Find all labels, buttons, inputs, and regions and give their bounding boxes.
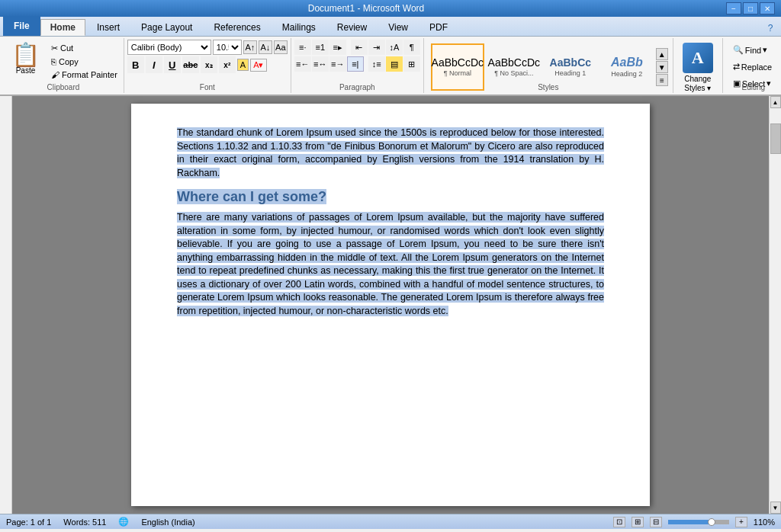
ribbon-content: 📋 Paste ✂ Cut ⎘ Copy 🖌 Format Painter Cl… — [0, 37, 781, 96]
borders-button[interactable]: ⊞ — [403, 56, 420, 72]
increase-indent-button[interactable]: ⇥ — [368, 40, 385, 55]
style-heading2-preview: AaBb — [611, 56, 643, 69]
document-heading: Where can I get some? — [177, 187, 604, 207]
text-highlight-button[interactable]: A — [237, 59, 249, 71]
title-bar: Document1 - Microsoft Word − □ ✕ — [0, 0, 781, 17]
justify-button[interactable]: ≡| — [347, 56, 364, 72]
maximize-button[interactable]: □ — [743, 2, 758, 14]
paste-button[interactable]: 📋 Paste — [6, 40, 45, 82]
change-styles-button[interactable]: A ChangeStyles ▾ — [677, 40, 719, 96]
decrease-indent-button[interactable]: ⇤ — [351, 40, 368, 55]
font-size-select[interactable]: 10.5 — [213, 40, 242, 55]
document-scroll[interactable]: The standard chunk of Lorem Ipsum used s… — [12, 96, 769, 514]
paste-icon: 📋 — [11, 43, 40, 66]
font-size-increase[interactable]: A↑ — [243, 40, 257, 54]
style-heading1-label: Heading 1 — [554, 69, 586, 77]
paragraph-label: Paragraph — [291, 83, 423, 91]
title-bar-controls: − □ ✕ — [726, 2, 775, 14]
bullet-list-button[interactable]: ≡· — [294, 40, 311, 55]
zoom-handle[interactable] — [708, 518, 715, 526]
paragraph-2-selected: There are many variations of passages of… — [177, 212, 604, 316]
tab-home[interactable]: Home — [40, 19, 85, 36]
replace-button[interactable]: ⇄ Replace — [729, 59, 778, 74]
style-heading1-preview: AaBbCc — [550, 57, 591, 68]
font-label: Font — [124, 83, 291, 91]
full-screen-view[interactable]: ⊞ — [632, 517, 644, 527]
close-button[interactable]: ✕ — [760, 2, 775, 14]
scroll-track[interactable] — [770, 108, 781, 502]
change-styles-icon: A — [683, 43, 713, 73]
vertical-ruler — [0, 96, 12, 514]
ribbon-tabs: File Home Insert Page Layout References … — [0, 17, 781, 37]
font-controls: Calibri (Body) 10.5 A↑ A↓ Aa B I U abc x… — [127, 40, 288, 82]
page-status: Page: 1 of 1 — [6, 518, 51, 527]
find-button[interactable]: 🔍 Find ▾ — [729, 43, 778, 57]
page-area: The standard chunk of Lorem Ipsum used s… — [12, 96, 769, 514]
numbered-list-button[interactable]: ≡1 — [312, 40, 329, 55]
clipboard-small-buttons: ✂ Cut ⎘ Copy 🖌 Format Painter — [48, 40, 121, 82]
paste-label: Paste — [16, 66, 36, 75]
vertical-scrollbar[interactable]: ▲ ▼ — [769, 96, 781, 514]
font-format-row: B I U abc x₂ x² A A▾ — [127, 56, 267, 73]
align-left-button[interactable]: ≡← — [294, 56, 311, 72]
style-heading2-label: Heading 2 — [611, 70, 642, 78]
document-page[interactable]: The standard chunk of Lorem Ipsum used s… — [131, 104, 650, 506]
zoom-in-button[interactable]: + — [735, 517, 747, 527]
tab-insert[interactable]: Insert — [87, 19, 130, 36]
page-layout-view[interactable]: ⊡ — [613, 517, 625, 527]
multilevel-list-button[interactable]: ≡▸ — [329, 40, 346, 55]
format-painter-button[interactable]: 🖌 Format Painter — [48, 69, 121, 81]
tab-view[interactable]: View — [378, 19, 418, 36]
zoom-fill — [668, 520, 711, 524]
change-styles-group: A ChangeStyles ▾ — [673, 38, 723, 93]
editing-group: 🔍 Find ▾ ⇄ Replace ▣ Select ▾ Editing — [723, 38, 781, 93]
styles-scroll-up[interactable]: ▲ — [656, 48, 668, 60]
clipboard-group: 📋 Paste ✂ Cut ⎘ Copy 🖌 Format Painter Cl… — [3, 38, 124, 93]
tab-page-layout[interactable]: Page Layout — [131, 19, 202, 36]
status-right: ⊡ ⊞ ⊟ + 110% — [613, 517, 775, 527]
clear-formatting[interactable]: Aa — [274, 40, 288, 54]
superscript-button[interactable]: x² — [219, 56, 236, 73]
zoom-slider[interactable] — [668, 520, 729, 524]
tab-references[interactable]: References — [204, 19, 270, 36]
editing-label: Editing — [723, 83, 781, 91]
align-right-button[interactable]: ≡→ — [329, 56, 346, 72]
document-area: The standard chunk of Lorem Ipsum used s… — [0, 96, 781, 514]
sort-button[interactable]: ↕A — [386, 40, 403, 55]
styles-group: AaBbCcDc ¶ Normal AaBbCcDc ¶ No Spaci...… — [424, 38, 673, 93]
font-name-select[interactable]: Calibri (Body) — [127, 40, 211, 55]
strikethrough-button[interactable]: abc — [182, 56, 199, 73]
font-size-decrease[interactable]: A↓ — [259, 40, 272, 54]
copy-button[interactable]: ⎘ Copy — [48, 56, 121, 68]
cut-button[interactable]: ✂ Cut — [48, 42, 121, 55]
minimize-button[interactable]: − — [726, 2, 741, 14]
tab-pdf[interactable]: PDF — [419, 19, 458, 36]
italic-button[interactable]: I — [146, 56, 162, 73]
tab-file[interactable]: File — [3, 16, 40, 36]
show-marks-button[interactable]: ¶ — [403, 40, 420, 55]
tab-review[interactable]: Review — [327, 19, 377, 36]
title-bar-text: Document1 - Microsoft Word — [6, 3, 726, 14]
help-button[interactable]: ? — [763, 21, 778, 36]
subscript-button[interactable]: x₂ — [201, 56, 217, 73]
underline-button[interactable]: U — [164, 56, 181, 73]
find-arrow: ▾ — [763, 45, 767, 55]
font-color-button[interactable]: A▾ — [250, 59, 266, 72]
language-flag: 🌐 — [118, 517, 129, 527]
shading-button[interactable]: ▤ — [386, 56, 403, 72]
web-view[interactable]: ⊟ — [650, 517, 662, 527]
tab-mailings[interactable]: Mailings — [272, 19, 326, 36]
scroll-down-arrow[interactable]: ▼ — [770, 502, 781, 514]
font-group: Calibri (Body) 10.5 A↑ A↓ Aa B I U abc x… — [124, 38, 291, 93]
font-name-row: Calibri (Body) 10.5 A↑ A↓ Aa — [127, 40, 288, 55]
align-center-button[interactable]: ≡↔ — [312, 56, 329, 72]
scroll-thumb[interactable] — [770, 123, 781, 154]
scroll-up-arrow[interactable]: ▲ — [770, 96, 781, 108]
styles-label: Styles — [424, 83, 673, 91]
find-icon: 🔍 — [733, 45, 744, 55]
line-spacing-button[interactable]: ↕≡ — [368, 56, 385, 72]
bold-button[interactable]: B — [127, 56, 144, 73]
styles-scroll-down[interactable]: ▼ — [656, 61, 668, 73]
style-no-spacing-label: ¶ No Spaci... — [494, 69, 533, 77]
style-normal-label: ¶ Normal — [444, 69, 471, 77]
